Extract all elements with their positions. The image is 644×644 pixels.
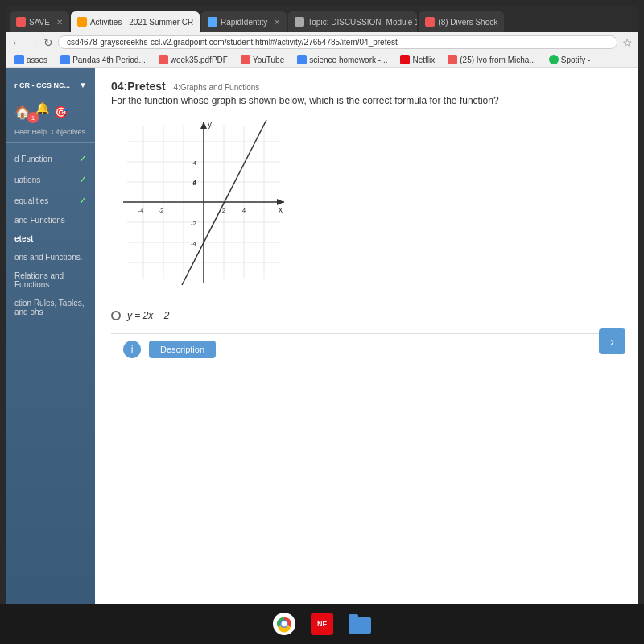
sidebar-notification-wrapper: 🔔 1: [35, 101, 49, 123]
sidebar-divider: [6, 142, 95, 143]
tab-save-icon: [16, 17, 26, 27]
check-equations: ✓: [79, 174, 87, 185]
chrome-icon: [273, 613, 295, 635]
sidebar-item-and-functions[interactable]: and Functions: [6, 211, 95, 229]
sidebar-nav-icons: 🏠 🔔 1 🎯: [6, 97, 95, 126]
bm-spotify-icon: [549, 55, 559, 64]
tab-rapid-icon: [208, 17, 217, 27]
tab-divers-icon: [425, 17, 435, 27]
taskbar: NF: [0, 604, 644, 644]
nf-badge: NF: [311, 613, 333, 635]
x-axis-arrow: [277, 199, 284, 205]
sidebar-item-rules-tables[interactable]: ction Rules, Tables, and ohs: [6, 294, 95, 321]
svg-point-18: [282, 621, 287, 627]
bm-asses-icon: [14, 55, 24, 64]
x-neg2: -2: [158, 207, 164, 214]
bm-science-icon: [297, 55, 307, 64]
main-content: 04:Pretest 4:Graphs and Functions For th…: [95, 68, 638, 604]
taskbar-nf[interactable]: NF: [309, 611, 335, 637]
sidebar-course-label[interactable]: r CR - CCS NC... ▼: [6, 76, 95, 94]
description-button[interactable]: Description: [149, 341, 216, 358]
answer-area: y = 2x – 2: [111, 310, 621, 321]
bm-ivo[interactable]: (25) Ivo from Micha...: [444, 54, 539, 65]
bm-youtube[interactable]: YouTube: [237, 54, 287, 65]
bm-week35-icon: [159, 55, 168, 64]
tab-discussion-icon: [295, 17, 304, 27]
sidebar-nav-labels: Peer Help Objectives: [6, 126, 95, 138]
sidebar-bell-icon[interactable]: 🔔: [35, 101, 49, 114]
tab-rapididentity[interactable]: RapidIdentity ✕: [201, 11, 287, 32]
tab-bar: SAVE ✕ Activities - 2021 Summer CR - ✕ R…: [6, 6, 638, 32]
taskbar-folder[interactable]: [347, 611, 373, 637]
bm-pandas[interactable]: Pandas 4th Period...: [57, 54, 149, 65]
bookmarks-bar: asses Pandas 4th Period... week35.pdfPDF…: [6, 52, 638, 68]
address-bar-row: ← → ↻ csd4678-grayscreekhs-ccl.v2.gradpo…: [6, 32, 638, 52]
tab-divers[interactable]: (8) Divers Shock: [419, 11, 504, 32]
tab-activities[interactable]: Activities - 2021 Summer CR - ✕: [71, 11, 200, 32]
pretest-title: 04:Pretest 4:Graphs and Functions: [111, 80, 621, 93]
folder-icon: [349, 614, 371, 634]
bm-ivo-icon: [448, 55, 457, 64]
sidebar-target-icon[interactable]: 🎯: [54, 105, 68, 118]
bottom-toolbar: i Description: [111, 333, 621, 365]
bm-science[interactable]: science homework -...: [294, 54, 390, 65]
sidebar-item-pretest[interactable]: etest: [6, 229, 95, 248]
y-label-neg2: -2: [191, 220, 197, 227]
bm-asses[interactable]: asses: [11, 54, 51, 65]
tab-activities-icon: [77, 17, 87, 27]
bookmark-star[interactable]: ☆: [622, 36, 633, 49]
page-content: r CR - CCS NC... ▼ 🏠 🔔 1 🎯 Peer Help: [6, 68, 638, 604]
bm-week35[interactable]: week35.pdfPDF: [155, 54, 231, 65]
sidebar-item-equations[interactable]: uations ✓: [6, 169, 95, 190]
bm-spotify[interactable]: Spotify -: [546, 54, 594, 65]
screen-bezel: SAVE ✕ Activities - 2021 Summer CR - ✕ R…: [0, 0, 644, 604]
bm-youtube-icon: [241, 55, 250, 64]
tab-save[interactable]: SAVE ✕: [10, 11, 69, 32]
y-label: y: [208, 120, 212, 129]
y-label-neg4: -4: [191, 240, 197, 247]
bm-netflix[interactable]: Netflix: [397, 54, 438, 65]
info-button[interactable]: i: [123, 341, 141, 358]
back-btn[interactable]: ←: [11, 36, 23, 49]
sidebar: r CR - CCS NC... ▼ 🏠 🔔 1 🎯 Peer Help: [6, 68, 95, 604]
answer-radio[interactable]: [111, 311, 121, 320]
x-pos4: 4: [242, 207, 246, 214]
bm-pandas-icon: [60, 55, 70, 64]
address-input[interactable]: csd4678-grayscreekhs-ccl.v2.gradpoint.co…: [58, 35, 617, 49]
answer-text: y = 2x – 2: [127, 310, 169, 321]
next-arrow-container: ›: [599, 328, 625, 354]
sidebar-item-inequalities[interactable]: equalities ✓: [6, 190, 95, 211]
y-label-2: 2: [193, 180, 197, 187]
pretest-area: 04:Pretest 4:Graphs and Functions For th…: [95, 68, 638, 377]
course-dropdown-icon[interactable]: ▼: [79, 80, 87, 89]
y-axis-arrow: [200, 122, 207, 129]
next-button[interactable]: ›: [599, 328, 625, 354]
check-function: ✓: [79, 153, 87, 164]
graph-container: y x -4 -2 2 4 4 4: [119, 118, 280, 298]
sidebar-item-relations[interactable]: Relations and Functions: [6, 266, 95, 294]
bm-netflix-icon: [400, 55, 410, 64]
tab-save-close[interactable]: ✕: [56, 18, 63, 27]
x-pos2: 2: [222, 207, 226, 214]
x-label: x: [279, 205, 283, 214]
forward-btn[interactable]: →: [27, 36, 39, 49]
y-label-4: 4: [193, 159, 197, 167]
taskbar-chrome[interactable]: [271, 611, 297, 637]
tab-rapid-close[interactable]: ✕: [274, 18, 280, 27]
check-inequalities: ✓: [79, 195, 87, 206]
x-neg4: -4: [138, 207, 144, 214]
browser-chrome: SAVE ✕ Activities - 2021 Summer CR - ✕ R…: [6, 6, 638, 604]
tab-discussion[interactable]: Topic: DISCUSSION- Module 1 ✕: [288, 11, 417, 32]
sidebar-item-ons-functions[interactable]: ons and Functions.: [6, 248, 95, 266]
question-text: For the function whose graph is shown be…: [111, 94, 621, 108]
coordinate-graph: y x -4 -2 2 4 4 4: [119, 118, 288, 295]
reload-btn[interactable]: ↻: [43, 36, 53, 49]
pretest-subtitle: 4:Graphs and Functions: [174, 83, 260, 92]
sidebar-item-function[interactable]: d Function ✓: [6, 148, 95, 169]
